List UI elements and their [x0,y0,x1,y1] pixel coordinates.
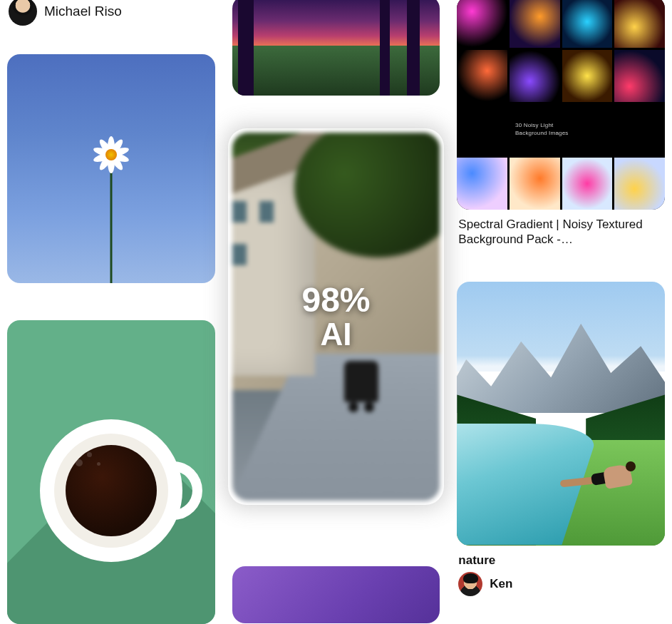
column-2: 98% AI [232,0,440,624]
avatar [9,0,37,26]
column-3: 30 Noisy Light Background Images Spectra… [457,0,665,624]
pin-coffee-illustration[interactable] [7,320,215,624]
pin-title[interactable]: Spectral Gradient | Noisy Textured Backg… [458,217,663,247]
pin-title[interactable]: nature [458,553,663,568]
pin-sunset-forest[interactable] [232,0,440,96]
pin-author[interactable]: Ken [458,572,663,596]
pin-grid: Michael Riso [0,0,672,624]
ai-percentage: 98% [301,282,370,318]
avatar [458,572,482,596]
pin-spectral-pack[interactable]: 30 Noisy Light Background Images [457,0,665,210]
pin-author[interactable]: Michael Riso [9,0,214,26]
author-name: Ken [490,577,512,591]
ai-overlay: 98% AI [232,133,440,501]
pin-purple-gradient[interactable] [232,566,440,623]
pin-sky-daisy[interactable] [7,54,215,283]
column-1: Michael Riso [7,0,215,624]
ai-label: AI [321,318,352,351]
pin-nature-mountain[interactable] [457,282,665,546]
author-name: Michael Riso [44,4,122,19]
person-lying [563,466,631,487]
spectral-pack-caption: 30 Noisy Light Background Images [457,104,665,156]
